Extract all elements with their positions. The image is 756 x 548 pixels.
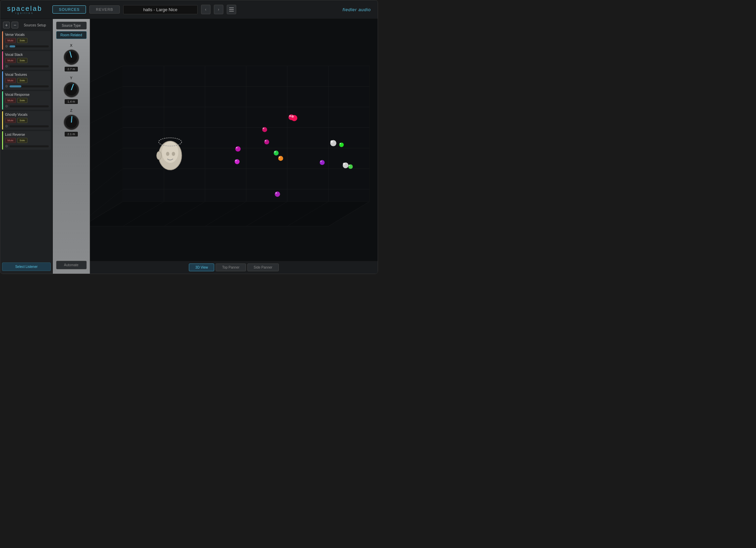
source-name: Ghostly Vocals (5, 113, 49, 117)
header: spacelab ignition SOURCES REVERB halls -… (0, 0, 378, 19)
mute-button[interactable]: Mute (5, 138, 16, 143)
view-panel: 3D View Top Panner Side Panner (90, 19, 378, 274)
source-controls-row: ⚙ (5, 124, 49, 128)
svg-point-38 (265, 140, 266, 142)
top-panner-button[interactable]: Top Panner (216, 264, 246, 271)
volume-slider[interactable] (9, 125, 49, 127)
y-label: Y (70, 76, 72, 80)
gear-icon[interactable]: ⚙ (5, 44, 8, 48)
z-knob-section: Z 2.1 m (63, 108, 80, 136)
x-label: X (70, 43, 72, 47)
sources-panel: + − Sources Setup Verse Vocals Mute Solo… (0, 19, 53, 274)
solo-button[interactable]: Solo (17, 98, 27, 103)
svg-point-48 (291, 115, 294, 118)
source-name: Verse Vocals (5, 33, 49, 37)
z-label: Z (70, 108, 72, 112)
next-icon: › (218, 7, 219, 12)
app-container: spacelab ignition SOURCES REVERB halls -… (0, 0, 378, 274)
source-controls-row: ⚙ (5, 84, 49, 88)
3d-view-area (90, 19, 378, 261)
source-item-vocal-textures[interactable]: Vocal Textures Mute Solo ⚙ (2, 71, 51, 90)
y-knob[interactable] (63, 81, 80, 98)
svg-point-47 (275, 192, 277, 194)
gear-icon[interactable]: ⚙ (5, 124, 8, 128)
prev-preset-button[interactable]: ‹ (201, 5, 210, 14)
add-source-button[interactable]: + (3, 22, 10, 28)
mute-solo-row: Mute Solo (5, 78, 49, 83)
3d-view-button[interactable]: 3D View (189, 264, 214, 271)
svg-point-39 (236, 147, 238, 149)
solo-button[interactable]: Solo (17, 78, 27, 83)
gear-icon[interactable]: ⚙ (5, 84, 8, 88)
source-item-vocal-response[interactable]: Vocal Response Mute Solo ⚙ (2, 91, 51, 110)
x-knob-section: X 2.7 m (63, 43, 80, 71)
menu-line-2 (229, 9, 234, 10)
gear-icon[interactable]: ⚙ (5, 104, 8, 108)
volume-slider[interactable] (9, 65, 49, 67)
svg-point-37 (263, 128, 264, 129)
x-knob[interactable] (63, 49, 80, 66)
gear-icon[interactable]: ⚙ (5, 64, 8, 68)
svg-point-40 (330, 140, 333, 143)
mute-button[interactable]: Mute (5, 98, 16, 103)
automate-button[interactable]: Automate (56, 261, 87, 269)
source-item-verse-vocals[interactable]: Verse Vocals Mute Solo ⚙ (2, 31, 51, 50)
source-item-vocal-stack[interactable]: Vocal Stack Mute Solo ⚙ (2, 51, 51, 70)
solo-button[interactable]: Solo (17, 138, 27, 143)
svg-point-44 (235, 160, 237, 161)
z-value: 2.1 m (65, 132, 78, 136)
z-knob[interactable] (63, 114, 80, 131)
sources-setup-label: Sources Setup (20, 23, 50, 27)
remove-source-button[interactable]: − (12, 22, 18, 28)
gear-icon[interactable]: ⚙ (5, 144, 8, 148)
volume-slider[interactable] (9, 45, 49, 47)
svg-line-8 (71, 117, 72, 122)
svg-marker-10 (90, 202, 370, 226)
svg-point-41 (339, 143, 341, 144)
volume-slider[interactable] (9, 85, 49, 87)
side-panner-button[interactable]: Side Panner (247, 264, 279, 271)
app-logo: spacelab ignition (7, 5, 42, 14)
view-controls: 3D View Top Panner Side Panner (90, 261, 378, 274)
main-content: + − Sources Setup Verse Vocals Mute Solo… (0, 19, 378, 274)
volume-slider[interactable] (9, 145, 49, 147)
source-controls-row: ⚙ (5, 64, 49, 68)
sources-button[interactable]: SOURCES (52, 5, 86, 14)
svg-point-53 (157, 151, 162, 160)
mute-button[interactable]: Mute (5, 38, 16, 43)
mute-solo-row: Mute Solo (5, 118, 49, 123)
source-name: Vocal Response (5, 93, 49, 97)
svg-point-45 (343, 163, 345, 165)
next-preset-button[interactable]: › (214, 5, 223, 14)
menu-line-3 (229, 11, 234, 12)
mute-button[interactable]: Mute (5, 78, 16, 83)
svg-point-43 (279, 156, 280, 158)
source-type-button[interactable]: Source Type (56, 22, 87, 29)
menu-button[interactable] (227, 5, 236, 14)
app-subtitle: ignition (16, 12, 34, 14)
source-dot-12 (275, 191, 280, 197)
svg-point-51 (166, 152, 170, 156)
mute-solo-row: Mute Solo (5, 38, 49, 43)
solo-button[interactable]: Solo (17, 58, 27, 63)
source-item-ghostly-vocals[interactable]: Ghostly Vocals Mute Solo ⚙ (2, 111, 51, 130)
prev-icon: ‹ (205, 7, 206, 12)
svg-point-52 (172, 152, 175, 156)
solo-button[interactable]: Solo (17, 118, 27, 123)
room-related-button[interactable]: Room Related (56, 31, 87, 39)
mute-button[interactable]: Mute (5, 58, 16, 63)
source-name: Vocal Textures (5, 73, 49, 77)
svg-point-49 (320, 161, 322, 162)
solo-button[interactable]: Solo (17, 38, 27, 43)
select-listener-button[interactable]: Select Listener (2, 262, 51, 271)
mute-button[interactable]: Mute (5, 118, 16, 123)
menu-line-1 (229, 7, 234, 8)
volume-slider[interactable] (9, 105, 49, 107)
source-controls-row: ⚙ (5, 44, 49, 48)
reverb-button[interactable]: REVERB (89, 5, 119, 14)
mute-solo-row: Mute Solo (5, 58, 49, 63)
source-item-lost-reverse[interactable]: Lost Reverse Mute Solo ⚙ (2, 131, 51, 150)
source-controls-row: ⚙ (5, 104, 49, 108)
y-value: 1.4 m (65, 99, 78, 104)
app-name: spacelab (7, 5, 42, 12)
